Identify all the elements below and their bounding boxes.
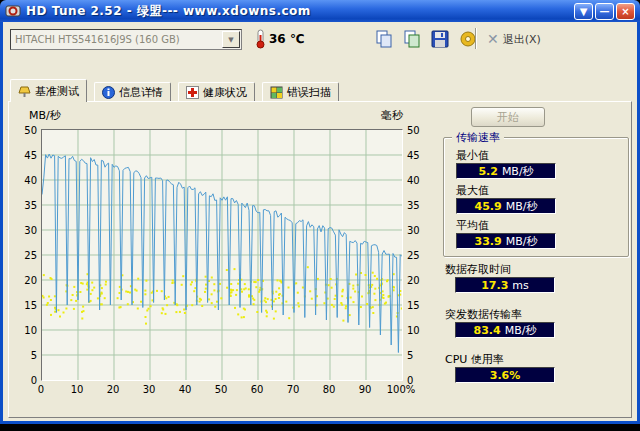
save-button[interactable] (427, 26, 452, 51)
burst-rate-unit: MB/秒 (505, 323, 537, 338)
drive-select-combobox[interactable]: HITACHI HTS541616J9S (160 GB) ▼ (10, 29, 242, 50)
y-axis-tick: 50 (13, 126, 37, 136)
window-client-area: HITACHI HTS541616J9S (160 GB) ▼ 36 ℃ (3, 22, 637, 421)
y-axis-tick: 20 (407, 276, 431, 286)
window-title: HD Tune 2.52 - 绿盟--- www.xdowns.com (26, 3, 311, 20)
x-axis-tick: 40 (170, 384, 200, 395)
tab-error-scan[interactable]: 错误扫描 (262, 82, 339, 101)
x-axis-tick: 50 (206, 384, 236, 395)
y-axis-tick: 25 (407, 251, 431, 261)
start-button-label: 开始 (497, 110, 519, 125)
x-axis-tick: 30 (134, 384, 164, 395)
y-axis-tick: 10 (13, 326, 37, 336)
max-label: 最大值 (456, 183, 489, 198)
copy-icon (374, 29, 394, 49)
y-axis-tick: 30 (13, 226, 37, 236)
health-cross-icon (186, 86, 199, 99)
x-axis-tick: 100% (386, 384, 416, 395)
save-icon (430, 29, 450, 49)
x-axis-tick: 90 (350, 384, 380, 395)
access-time-display: 17.3 ms (455, 277, 555, 293)
copy-image-icon (402, 29, 422, 49)
avg-label: 平均值 (456, 218, 489, 233)
y-axis-tick: 35 (407, 201, 431, 211)
max-value: 45.9 (475, 200, 502, 213)
right-axis-title: 毫秒 (381, 108, 403, 123)
exit-label: 退出(X) (503, 32, 541, 47)
y-axis-left: 50454035302520151050 (13, 130, 37, 382)
min-value-display: 5.2 MB/秒 (456, 163, 556, 179)
left-axis-title: MB/秒 (29, 108, 61, 123)
avg-unit: MB/秒 (506, 234, 538, 249)
access-time-unit: ms (512, 279, 528, 292)
start-button[interactable]: 开始 (471, 107, 545, 127)
x-axis-tick: 70 (278, 384, 308, 395)
y-axis-tick: 20 (13, 276, 37, 286)
benchmark-page: MB/秒 毫秒 50454035302520151050 50454035302… (8, 101, 632, 418)
cpu-usage-value: 3.6% (490, 369, 521, 382)
y-axis-tick: 5 (13, 351, 37, 361)
y-axis-tick: 40 (13, 176, 37, 186)
y-axis-tick: 45 (407, 151, 431, 161)
copy-image-button[interactable] (399, 26, 424, 51)
app-icon (5, 3, 21, 19)
max-unit: MB/秒 (506, 199, 538, 214)
tab-benchmark[interactable]: 基准测试 (10, 79, 87, 102)
titlebar[interactable]: HD Tune 2.52 - 绿盟--- www.xdowns.com ▼ — … (0, 0, 640, 22)
copy-button[interactable] (371, 26, 396, 51)
benchmark-plot (41, 129, 403, 381)
y-axis-tick: 10 (407, 326, 431, 336)
burst-rate-value: 83.4 (474, 324, 501, 337)
x-axis-tick: 80 (314, 384, 344, 395)
transfer-rate-group: 传输速率 最小值 5.2 MB/秒 最大值 45.9 MB/秒 平均值 33.9… (443, 137, 629, 257)
combobox-dropdown-arrow-icon[interactable]: ▼ (222, 31, 240, 48)
min-unit: MB/秒 (502, 164, 534, 179)
drive-select-value: HITACHI HTS541616J9S (160 GB) (11, 34, 221, 45)
cpu-usage-label: CPU 使用率 (445, 352, 504, 367)
tab-benchmark-label: 基准测试 (35, 84, 79, 99)
scan-grid-icon (270, 86, 283, 99)
tab-health-label: 健康状况 (203, 85, 247, 100)
tab-info-label: 信息详情 (119, 85, 163, 100)
min-value: 5.2 (478, 165, 498, 178)
tab-info[interactable]: 信息详情 (94, 82, 171, 101)
y-axis-tick: 15 (13, 301, 37, 311)
download-button[interactable]: ▼ (574, 3, 593, 20)
cpu-usage-display: 3.6% (455, 367, 555, 383)
access-time-label: 数据存取时间 (445, 262, 511, 277)
avg-value: 33.9 (475, 235, 502, 248)
toolbar-separator (475, 28, 477, 49)
tab-bar: 基准测试 信息详情 健康状况 (10, 79, 630, 101)
tab-error-scan-label: 错误扫描 (287, 85, 331, 100)
max-value-display: 45.9 MB/秒 (456, 198, 556, 214)
tab-health[interactable]: 健康状况 (178, 82, 255, 101)
burst-rate-label: 突发数据传输率 (445, 307, 522, 322)
y-axis-tick: 35 (13, 201, 37, 211)
temperature-value: 36 ℃ (269, 32, 304, 46)
x-axis-tick: 10 (62, 384, 92, 395)
x-axis-tick: 20 (98, 384, 128, 395)
info-icon (102, 86, 115, 99)
thermometer-icon (254, 29, 267, 49)
y-axis-tick: 40 (407, 176, 431, 186)
y-axis-right: 50454035302520151050 (407, 130, 431, 382)
y-axis-tick: 50 (407, 126, 431, 136)
min-label: 最小值 (456, 148, 489, 163)
burst-rate-display: 83.4 MB/秒 (455, 322, 555, 338)
y-axis-tick: 45 (13, 151, 37, 161)
avg-value-display: 33.9 MB/秒 (456, 233, 556, 249)
grid-lines (42, 130, 402, 380)
y-axis-tick: 30 (407, 226, 431, 236)
x-axis-tick: 60 (242, 384, 272, 395)
transfer-rate-group-title: 传输速率 (452, 130, 504, 145)
access-time-value: 17.3 (481, 279, 508, 292)
lamp-icon (18, 85, 31, 98)
window-border-bottom (0, 421, 640, 424)
y-axis-tick: 25 (13, 251, 37, 261)
y-axis-tick: 15 (407, 301, 431, 311)
exit-x-icon: ✕ (487, 32, 499, 46)
y-axis-tick: 5 (407, 351, 431, 361)
exit-button[interactable]: ✕ 退出(X) (483, 28, 545, 50)
close-button[interactable]: × (616, 3, 635, 20)
minimize-button[interactable]: — (595, 3, 614, 20)
